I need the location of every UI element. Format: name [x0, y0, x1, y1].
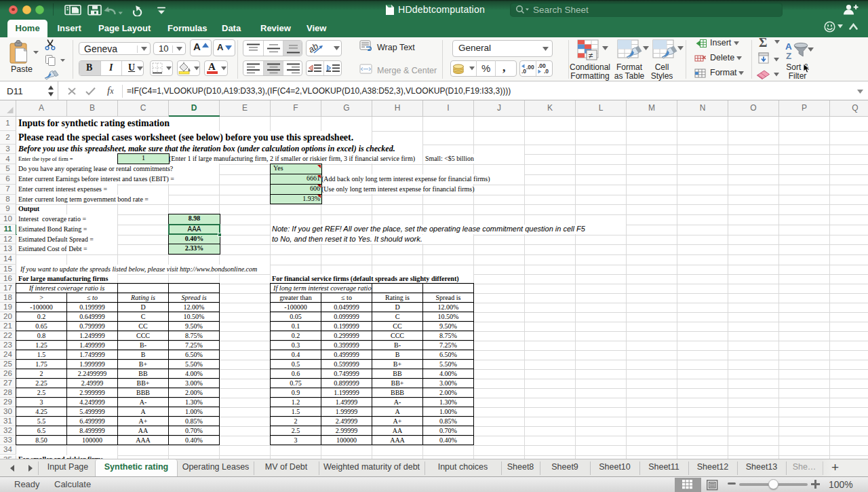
svg-text:≠: ≠ — [589, 51, 593, 60]
svg-text:.0: .0 — [544, 68, 549, 75]
svg-text:.00: .00 — [526, 64, 534, 71]
svg-text:Z: Z — [786, 51, 791, 61]
svg-text:A: A — [785, 41, 792, 52]
